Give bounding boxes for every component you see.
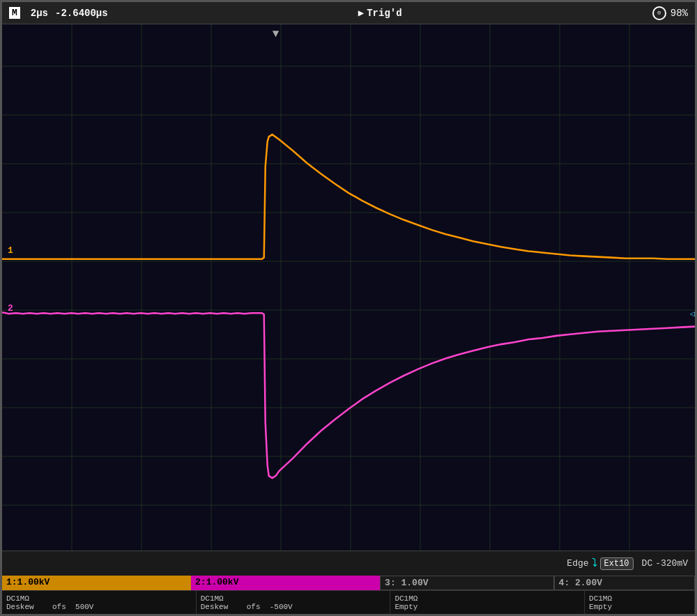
- ext-badge: Ext10: [600, 557, 634, 570]
- bottom-info-bar: Edge ⤵ Ext10 DC -320mV: [2, 550, 695, 576]
- ch2-coupling: DC1MΩ: [201, 594, 386, 603]
- ch4-mode: Empty: [589, 603, 690, 611]
- ch3-coupling: DC1MΩ: [395, 594, 580, 603]
- channel-3-bar[interactable]: 3: 1.00V: [380, 576, 554, 590]
- trigger-level-marker: ◁: [690, 309, 695, 319]
- coupling-label: DC: [642, 558, 653, 569]
- top-status-bar: M 2μs -2.6400μs ▶ Trig'd ⊙ 98%: [2, 2, 695, 24]
- timebase-info: M 2μs -2.6400μs: [9, 7, 108, 19]
- acq-percent: 98%: [671, 8, 688, 19]
- sub-info-bar: DC1MΩ Deskew ofs 500V DC1MΩ Deskew ofs -…: [2, 590, 695, 614]
- channel-2-bar[interactable]: 2:1.00kV: [191, 576, 380, 590]
- oscilloscope-display: M 2μs -2.6400μs ▶ Trig'd ⊙ 98%: [0, 0, 697, 616]
- waveform-traces: [2, 24, 695, 550]
- channel-4-scale: 4: 2.00V: [559, 578, 690, 588]
- ch3-sub-info: DC1MΩ Empty: [390, 591, 585, 614]
- m-icon: M: [9, 7, 20, 19]
- acquisition-info: ⊙ 98%: [652, 6, 688, 20]
- channel-1-scale: 1:1.00kV: [6, 577, 187, 587]
- channel-4-bar[interactable]: 4: 2.00V: [554, 576, 695, 590]
- channel-bars-row: 1:1.00kV 2:1.00kV 3: 1.00V 4: 2.00V: [2, 576, 695, 590]
- ch1-mode: Deskew ofs 500V: [6, 603, 192, 611]
- play-icon: ▶: [358, 7, 364, 19]
- ch1-sub-info: DC1MΩ Deskew ofs 500V: [2, 591, 197, 614]
- waveform-display: ▼ 1 2 ◁: [2, 24, 695, 550]
- edge-arrow-icon: ⤵: [592, 557, 597, 570]
- ch2-sub-info: DC1MΩ Deskew ofs -500V: [197, 591, 391, 614]
- timebase-value: 2μs: [31, 8, 48, 19]
- channel-3-scale: 3: 1.00V: [385, 578, 549, 588]
- ch4-coupling: DC1MΩ: [589, 594, 690, 603]
- ch2-mode: Deskew ofs -500V: [201, 603, 386, 611]
- trig-label: Trig'd: [367, 8, 401, 19]
- ch4-sub-info: DC1MΩ Empty: [585, 591, 695, 614]
- channel-1-trace: [2, 134, 695, 259]
- ch1-coupling: DC1MΩ: [6, 594, 192, 603]
- trigger-status: ▶ Trig'd: [108, 7, 652, 19]
- trigger-level-value: -320mV: [655, 558, 688, 569]
- ch3-mode: Empty: [395, 603, 580, 611]
- channel-1-bar[interactable]: 1:1.00kV: [2, 576, 191, 590]
- time-offset: -2.6400μs: [55, 8, 108, 19]
- acq-icon: ⊙: [652, 6, 666, 20]
- channel-2-trace: [2, 312, 695, 478]
- channel-2-scale: 2:1.00kV: [195, 577, 376, 587]
- edge-label: Edge: [567, 558, 588, 569]
